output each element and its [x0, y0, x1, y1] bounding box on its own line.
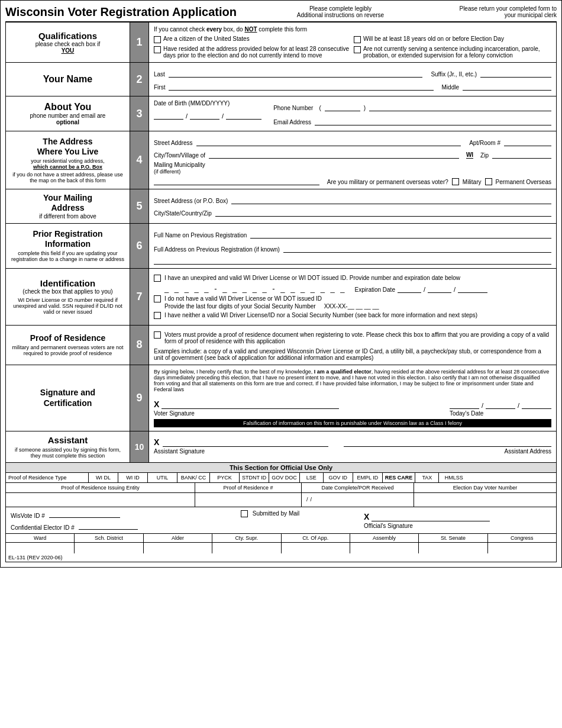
st-senate-cell: St. Senate — [419, 534, 487, 542]
prior-reg-content: Full Name on Previous Registration Full … — [149, 224, 556, 268]
proof-examples: Examples include: a copy of a valid and … — [154, 348, 551, 361]
section-3-number: 3 — [130, 96, 149, 131]
proof-col-stdnt: STDNT ID — [240, 473, 269, 482]
section-8-number: 8 — [130, 326, 149, 365]
qualifications-content: If you cannot check every box, do NOT co… — [149, 22, 556, 62]
qual-checkbox-4[interactable] — [354, 46, 361, 53]
felony-notice: Falsification of information on this for… — [154, 419, 551, 427]
alder-cell: Alder — [144, 534, 212, 542]
section-10-number: 10 — [130, 431, 149, 462]
submitted-mail-checkbox[interactable] — [241, 510, 248, 517]
mailing-addr-content: Street Address (or P.O. Box) City/State/… — [149, 189, 556, 223]
prior-addr-label: Full Address on Previous Registration (i… — [154, 246, 280, 253]
proof-of-residence-content: Voters must provide a proof of residence… — [149, 326, 556, 365]
official-sig-label: Official's Signature — [364, 523, 413, 529]
section-6-number: 6 — [130, 224, 149, 268]
form-number: EL-131 (REV 2020-06) — [6, 553, 556, 562]
assistant-sig-label: Assistant Signature — [154, 448, 205, 455]
military-checkbox[interactable] — [452, 178, 459, 185]
official-sig-section: X Official's Signature — [364, 510, 551, 529]
middle-label: Middle — [442, 84, 459, 91]
address-content: Street Address Apt/Room # City/Town/Vill… — [149, 131, 556, 189]
x-mark-assistant: X — [154, 437, 159, 447]
qual-item-4: Are not currently serving a sentence inc… — [354, 46, 551, 59]
mailing-street-label: Street Address (or P.O. Box) — [154, 198, 228, 204]
suffix-label: Suffix (Jr., II, etc.) — [431, 71, 477, 78]
your-name-label: Your Name — [6, 63, 130, 96]
voter-sig-label: Voter Signature — [154, 410, 339, 417]
official-use-header: This Section for Official Use Only — [6, 463, 556, 473]
mailing-city-label: City/State/Country/Zip — [154, 210, 212, 217]
about-you-content: Date of Birth (MM/DD/YYYY) / / Phone Num… — [149, 96, 556, 131]
proof-col-widl: WI DL — [89, 473, 118, 482]
assistant-content: X Assistant Signature Assistant Address — [149, 431, 556, 462]
military-label: Military — [463, 179, 482, 185]
city-label: City/Town/Village of — [154, 152, 205, 159]
todays-date-label: Today's Date — [450, 410, 551, 417]
prior-reg-label: Prior Registration Information complete … — [6, 224, 130, 268]
address-label: The Address Where You Live your resident… — [6, 131, 130, 189]
your-name-content: Last Suffix (Jr., II, etc.) First Middle — [149, 63, 556, 96]
phone-label: Phone Number — [273, 105, 313, 111]
proof-col-wiid: WI ID — [118, 473, 148, 482]
prior-name-label: Full Name on Previous Registration — [154, 232, 247, 239]
assistant-label: Assistant if someone assisted you by sig… — [6, 431, 130, 462]
section-4-number: 4 — [130, 131, 149, 189]
qual-item-3: Have resided at the address provided bel… — [154, 46, 351, 59]
about-you-label: About You phone number and email are opt… — [6, 96, 130, 131]
signature-label: Signature and Certification — [6, 365, 130, 431]
id-checkbox-1[interactable] — [154, 275, 161, 282]
dob-label: Date of Birth (MM/DD/YYYY) — [154, 100, 261, 107]
proof-checkbox-row: Voters must provide a proof of residence… — [154, 331, 551, 344]
issuing-entity-label: Proof of Residence Issuing Entity — [6, 483, 195, 492]
perm-overseas-label: Permanent Overseas — [496, 179, 552, 185]
qual-checkbox-1[interactable] — [154, 36, 161, 43]
mailing-addr-label: Your Mailing Address if different from a… — [6, 189, 130, 223]
qualifications-label: Qualifications please check each box if … — [6, 22, 130, 62]
proof-col-hmlss: HMLSS — [439, 473, 469, 482]
qual-item-1: Are a citizen of the United States — [154, 36, 351, 43]
section-7-number: 7 — [130, 269, 149, 325]
qual-checkbox-3[interactable] — [154, 46, 161, 53]
identification-label: Identification (check the box that appli… — [6, 269, 130, 325]
section-5-number: 5 — [130, 189, 149, 223]
proof-col-bank: BANK/ CC — [177, 473, 210, 482]
proof-checkbox[interactable] — [154, 331, 161, 339]
proof-col-emplid: EMPL ID — [353, 473, 383, 482]
x-mark-official: X — [364, 512, 369, 521]
assembly-cell: Assembly — [350, 534, 419, 542]
id-option-2: I do not have a valid WI Driver License … — [154, 295, 551, 310]
first-name-label: First — [154, 84, 165, 91]
election-day-label: Election Day Voter Number — [414, 483, 556, 492]
qual-item-2: Will be at least 18 years old on or befo… — [354, 36, 551, 43]
proof-col-rescare: RES CARE — [383, 473, 416, 482]
header-instructions: Please complete legibly Additional instr… — [243, 5, 438, 18]
id-checkbox-2[interactable] — [154, 295, 161, 302]
sch-district-cell: Sch. District — [75, 534, 143, 542]
id-checkbox-3[interactable] — [154, 312, 161, 319]
section-1-number: 1 — [130, 22, 149, 62]
ct-of-app-cell: Ct. Of App. — [282, 534, 350, 542]
street-addr-label: Street Address — [154, 140, 193, 146]
wisvote-section: WisVote ID # Confidential Elector ID # — [11, 510, 176, 531]
proof-type-label: Proof of Residence Type — [6, 473, 89, 482]
congress-cell: Congress — [488, 534, 556, 542]
proof-col-tax: TAX — [415, 473, 439, 482]
form-title: Wisconsin Voter Registration Application — [5, 5, 243, 19]
zip-label: Zip — [480, 152, 489, 159]
section-9-number: 9 — [130, 365, 149, 431]
proof-col-govid: GOV ID — [324, 473, 353, 482]
email-label: Email Address — [273, 119, 311, 125]
proof-col-pyck: PYCK — [210, 473, 240, 482]
date-complete-label: Date Complete/POR Received — [302, 483, 414, 492]
cty-supr-cell: Cty. Supr. — [212, 534, 281, 542]
signature-content: By signing below, I hereby certify that,… — [149, 365, 556, 431]
cert-text: By signing below, I hereby certify that,… — [154, 369, 551, 392]
proof-num-label: Proof of Residence # — [195, 483, 302, 492]
qual-checkbox-2[interactable] — [354, 36, 361, 43]
perm-overseas-checkbox[interactable] — [485, 178, 492, 185]
header-return: Please return your completed form to you… — [438, 5, 557, 18]
section-2-number: 2 — [130, 63, 149, 96]
mailing-muni-label: Mailing Municipality (if different) — [154, 162, 319, 175]
apt-label: Apt/Room # — [469, 140, 500, 146]
